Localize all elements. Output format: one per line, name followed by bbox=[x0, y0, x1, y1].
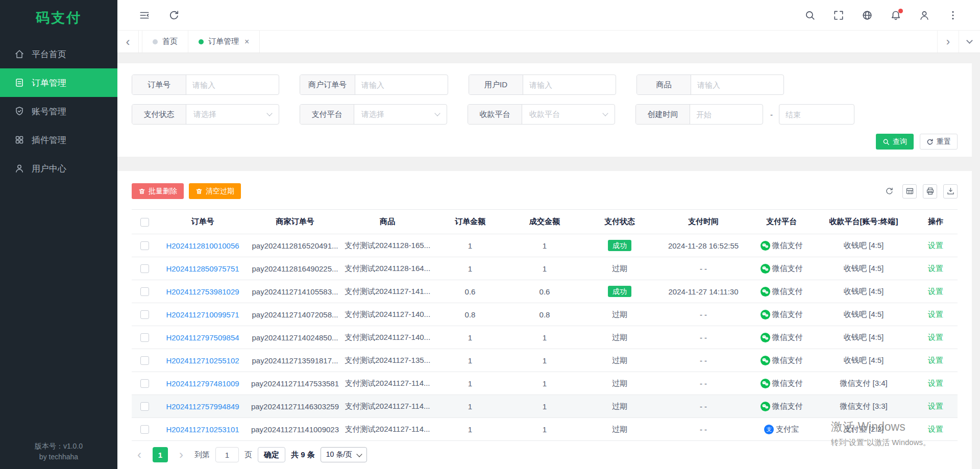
row-checkbox[interactable] bbox=[140, 310, 149, 319]
pagination-prev[interactable]: ‹ bbox=[132, 447, 147, 462]
filter-merchant-order-no-label: 商户订单号 bbox=[300, 75, 355, 94]
order-no-link[interactable]: H2024112710255102 bbox=[166, 356, 239, 365]
sidebar-item-user-center[interactable]: 用户中心 bbox=[0, 154, 117, 183]
close-icon[interactable]: × bbox=[244, 38, 249, 46]
order-no-link[interactable]: H2024112710253101 bbox=[166, 425, 239, 434]
wechat-pay-icon bbox=[761, 333, 770, 342]
page-size-value: 10 条/页 bbox=[326, 450, 352, 459]
pay-time: - - bbox=[657, 257, 749, 280]
paid-amount: 1 bbox=[507, 395, 582, 418]
table-toolbar: 批量删除 清空过期 bbox=[132, 183, 958, 199]
language-globe-icon[interactable] bbox=[862, 10, 873, 21]
order-no-link[interactable]: H2024112850975751 bbox=[166, 264, 239, 273]
content-area: 订单号 商户订单号 用户ID 商品 bbox=[117, 53, 980, 469]
sidebar-item-orders[interactable]: 订单管理 bbox=[0, 68, 117, 97]
merchant-order-no: pay2024112713591817... bbox=[248, 349, 342, 372]
fullscreen-icon[interactable] bbox=[833, 10, 844, 21]
pagination-page-current[interactable]: 1 bbox=[153, 447, 168, 462]
tab-scroll-left[interactable]: ‹ bbox=[117, 31, 139, 53]
fold-menu-icon[interactable] bbox=[139, 10, 150, 21]
notification-bell-icon[interactable] bbox=[890, 10, 901, 21]
column-header: 订单号 bbox=[157, 210, 248, 234]
filter-receive-platform-select[interactable]: 收款平台 bbox=[522, 105, 615, 124]
pay-time: 2024-11-28 16:52:55 bbox=[657, 234, 749, 257]
chevron-down-icon bbox=[356, 451, 362, 457]
platform-name: 微信支付 bbox=[772, 333, 803, 342]
row-settings-link[interactable]: 设置 bbox=[928, 264, 943, 273]
filter-date-end-input[interactable] bbox=[779, 104, 854, 125]
refresh-page-icon[interactable] bbox=[168, 10, 180, 21]
tab-dropdown[interactable] bbox=[959, 31, 980, 53]
row-checkbox[interactable] bbox=[140, 264, 149, 273]
select-all-checkbox[interactable] bbox=[140, 218, 149, 227]
status-badge-success: 成功 bbox=[608, 286, 631, 298]
sidebar-item-label: 用户中心 bbox=[32, 163, 66, 175]
row-settings-link[interactable]: 设置 bbox=[928, 287, 943, 295]
row-checkbox[interactable] bbox=[140, 425, 149, 434]
select-placeholder: 收款平台 bbox=[529, 110, 560, 119]
sidebar-item-accounts[interactable]: 账号管理 bbox=[0, 97, 117, 126]
notification-dot bbox=[898, 9, 903, 13]
order-no-link[interactable]: H2024112753981029 bbox=[166, 287, 239, 296]
pagination-next[interactable]: › bbox=[174, 447, 189, 462]
print-button[interactable] bbox=[923, 184, 937, 199]
order-no-link[interactable]: H2024112797509854 bbox=[166, 333, 239, 342]
filter-product-input[interactable] bbox=[691, 75, 783, 94]
reset-button-label: 重置 bbox=[937, 137, 951, 146]
platform-name: 微信支付 bbox=[772, 287, 803, 297]
row-settings-link[interactable]: 设置 bbox=[928, 402, 943, 410]
more-menu-icon[interactable] bbox=[947, 10, 959, 21]
order-no-link[interactable]: H2024112757994849 bbox=[166, 402, 239, 411]
pay-time: - - bbox=[657, 326, 749, 349]
filter-merchant-order-no-input[interactable] bbox=[355, 75, 448, 94]
svg-text:支: 支 bbox=[766, 426, 772, 432]
filter-user-id-label: 用户ID bbox=[469, 75, 523, 94]
receiver-account: 收钱吧 [4:5] bbox=[814, 349, 914, 372]
row-settings-link[interactable]: 设置 bbox=[928, 241, 943, 250]
reset-button[interactable]: 重置 bbox=[920, 134, 958, 150]
tab-home[interactable]: 首页 bbox=[142, 31, 188, 53]
row-checkbox[interactable] bbox=[140, 402, 149, 411]
row-checkbox[interactable] bbox=[140, 356, 149, 365]
table-tool-icons bbox=[882, 184, 958, 199]
row-settings-link[interactable]: 设置 bbox=[928, 379, 943, 387]
filter-order-no-input[interactable] bbox=[186, 75, 279, 94]
wechat-pay-icon bbox=[761, 241, 770, 251]
order-no-link[interactable]: H2024112797481009 bbox=[166, 379, 239, 388]
filter-pay-platform-select[interactable]: 请选择 bbox=[354, 105, 447, 124]
tab-orders[interactable]: 订单管理 × bbox=[188, 31, 260, 53]
wechat-pay-icon bbox=[761, 287, 770, 297]
page-size-select[interactable]: 10 条/页 bbox=[321, 447, 367, 462]
row-checkbox[interactable] bbox=[140, 287, 149, 296]
version-info: 版本号：v1.0.0 by techhaha bbox=[0, 441, 117, 462]
filter-date-start-input[interactable] bbox=[690, 105, 763, 124]
filter-pay-status-select[interactable]: 请选择 bbox=[186, 105, 279, 124]
confirm-button[interactable]: 确定 bbox=[258, 447, 285, 462]
row-settings-link[interactable]: 设置 bbox=[928, 310, 943, 318]
sidebar-item-plugins[interactable]: 插件管理 bbox=[0, 126, 117, 154]
refresh-table-button[interactable] bbox=[882, 184, 896, 199]
order-no-link[interactable]: H2024112710099571 bbox=[166, 310, 239, 319]
clear-expired-button[interactable]: 清空过期 bbox=[189, 183, 241, 199]
receiver-account: 收钱吧 [4:5] bbox=[814, 257, 914, 280]
row-settings-link[interactable]: 设置 bbox=[928, 425, 943, 433]
row-checkbox[interactable] bbox=[140, 379, 149, 388]
row-settings-link[interactable]: 设置 bbox=[928, 356, 943, 364]
sidebar-item-home[interactable]: 平台首页 bbox=[0, 40, 117, 68]
goto-page-input[interactable] bbox=[215, 447, 239, 462]
row-settings-link[interactable]: 设置 bbox=[928, 333, 943, 341]
row-checkbox[interactable] bbox=[140, 333, 149, 342]
column-settings-button[interactable] bbox=[902, 184, 917, 199]
merchant-order-no: pay2024112714072058... bbox=[248, 303, 342, 326]
order-no-link[interactable]: H2024112810010056 bbox=[166, 241, 239, 250]
search-icon[interactable] bbox=[804, 10, 816, 21]
search-button[interactable]: 查询 bbox=[876, 134, 914, 150]
export-button[interactable] bbox=[943, 184, 958, 199]
user-avatar-icon[interactable] bbox=[919, 10, 930, 21]
tab-scroll-right[interactable]: › bbox=[937, 31, 959, 53]
tab-dot bbox=[153, 39, 158, 44]
row-checkbox[interactable] bbox=[140, 241, 149, 250]
filter-user-id-input[interactable] bbox=[523, 75, 616, 94]
product-name: 支付测试20241127-140... bbox=[342, 303, 433, 326]
batch-delete-button[interactable]: 批量删除 bbox=[132, 183, 184, 199]
